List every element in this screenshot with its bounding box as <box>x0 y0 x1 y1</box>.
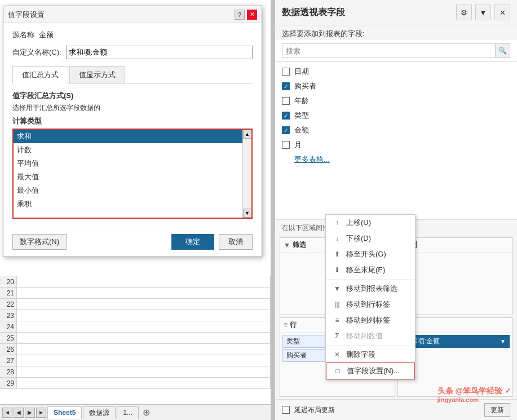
tab-nav-first[interactable]: ◄ <box>2 408 12 418</box>
row-cell <box>17 299 271 310</box>
field-item-amount[interactable]: ✓ 金额 <box>275 123 517 138</box>
scroll-up[interactable]: ▲ <box>243 130 252 139</box>
sheet-tab-sheet5[interactable]: Sheet5 <box>47 406 82 419</box>
field-checkbox-month[interactable] <box>282 141 290 149</box>
filter-zone-title: 筛选 <box>293 240 306 250</box>
row-cell <box>17 276 271 287</box>
list-item-average[interactable]: 平均值 <box>14 157 251 170</box>
rows-zone-title: 行 <box>290 320 297 330</box>
field-item-type[interactable]: ✓ 类型 <box>275 108 517 123</box>
dialog-close-button[interactable]: ✕ <box>247 10 257 20</box>
context-menu-move-up[interactable]: ↑ 上移(U) <box>326 215 415 231</box>
move-down-icon: ↓ <box>333 235 342 242</box>
list-item-min[interactable]: 最小值 <box>14 184 251 197</box>
dialog-body: 源名称 金额 自定义名称(C): 值汇总方式 值显示方式 值字段汇总方式(S) … <box>3 23 262 226</box>
table-row: 22 <box>0 299 271 310</box>
list-item-product[interactable]: 乘积 <box>14 197 251 211</box>
context-menu-remove-field[interactable]: ✕ 删除字段 <box>326 347 415 362</box>
number-format-button[interactable]: 数字格式(N) <box>12 234 67 250</box>
pivot-search-row: 🔍 <box>275 40 517 62</box>
row-cell <box>17 288 271 298</box>
tab-summarize[interactable]: 值汇总方式 <box>12 66 68 84</box>
pivot-dropdown-button[interactable]: ▼ <box>475 5 491 20</box>
source-name-row: 源名称 金额 <box>12 30 253 40</box>
value-field-sum-amount-arrow[interactable]: ▼ <box>500 338 506 344</box>
field-checkbox-age[interactable] <box>282 97 290 105</box>
add-fields-label: 选择要添加到报表的字段: <box>275 25 517 40</box>
pivot-panel-title: 数据透视表字段 <box>282 7 345 19</box>
tab-nav-last[interactable]: ► <box>36 408 46 418</box>
tab-nav-next[interactable]: ▶ <box>25 408 35 418</box>
ok-button[interactable]: 确定 <box>171 234 214 250</box>
custom-name-input[interactable] <box>66 46 253 59</box>
row-number: 24 <box>0 321 17 332</box>
context-menu-field-settings[interactable]: □ 值字段设置(N)... <box>326 362 415 379</box>
table-row: 29 <box>0 378 271 389</box>
update-button[interactable]: 更新 <box>484 403 510 417</box>
row-number: 28 <box>0 366 17 377</box>
context-menu-to-filter-label: 移动到报表筛选 <box>346 284 397 294</box>
table-row: 21 <box>0 288 271 299</box>
tab-nav-prev[interactable]: ◀ <box>14 408 24 418</box>
pivot-search-input[interactable] <box>282 43 496 58</box>
context-menu-move-down[interactable]: ↓ 下移(D) <box>326 231 415 246</box>
table-row: 20 <box>0 276 271 288</box>
value-field-sum-amount[interactable]: 求和项:金额 ▼ <box>400 335 510 348</box>
field-checkbox-buyer[interactable]: ✓ <box>282 82 290 90</box>
dialog-action-buttons: 确定 取消 <box>171 234 253 250</box>
source-name-label: 源名称 <box>12 30 34 40</box>
pivot-settings-button[interactable]: ⚙ <box>456 5 472 20</box>
field-label-age: 年龄 <box>294 96 309 106</box>
summary-sublabel: 选择用于汇总所选字段数据的 <box>12 103 253 113</box>
custom-name-label: 自定义名称(C): <box>12 47 61 58</box>
rows-zone-icon: ≡ <box>284 321 288 329</box>
search-button[interactable]: 🔍 <box>496 43 510 58</box>
table-row: 23 <box>0 310 271 321</box>
context-menu-to-col[interactable]: ≡ 移动到列标签 <box>326 312 415 328</box>
tab-add-button[interactable]: ⊕ <box>140 406 152 419</box>
calc-type-label: 计算类型 <box>12 116 253 126</box>
field-checkbox-date[interactable] <box>282 68 290 76</box>
context-menu-move-bottom[interactable]: ⬇ 移至末尾(E) <box>326 262 415 278</box>
more-tables-link[interactable]: 更多表格... <box>275 152 517 169</box>
field-label-date: 日期 <box>294 67 309 77</box>
context-menu-move-down-label: 下移(D) <box>346 233 371 244</box>
row-number: 27 <box>0 355 17 366</box>
table-row: 28 <box>0 366 271 378</box>
context-menu-field-settings-label: 值字段设置(N)... <box>347 366 400 376</box>
list-item-count[interactable]: 计数 <box>14 143 251 157</box>
calc-type-listbox[interactable]: 求和 计数 平均值 最大值 最小值 乘积 <box>14 130 251 218</box>
context-menu-move-top[interactable]: ⬆ 移至开头(G) <box>326 246 415 262</box>
sheet-tab-datasource[interactable]: 数据源 <box>83 406 116 419</box>
row-field-buyer-label: 购买者 <box>286 351 307 360</box>
context-menu-move-up-label: 上移(U) <box>346 218 371 228</box>
context-menu-to-row[interactable]: ||| 移动到行标签 <box>326 297 415 312</box>
list-item-sum[interactable]: 求和 <box>14 130 251 143</box>
dialog-help-button[interactable]: ? <box>235 10 245 20</box>
scroll-down[interactable]: ▼ <box>243 209 252 218</box>
cancel-button[interactable]: 取消 <box>219 234 253 250</box>
scroll-track <box>243 139 252 209</box>
row-cell <box>17 366 271 377</box>
sheet-tab-1[interactable]: 1... <box>117 406 139 419</box>
field-item-month[interactable]: 月 <box>275 138 517 152</box>
watermark-text: 头条 @笨鸟学经验 ✓ <box>438 386 511 396</box>
tab-show-values[interactable]: 值显示方式 <box>69 66 125 83</box>
pivot-close-button[interactable]: ✕ <box>494 5 510 20</box>
to-row-icon: ||| <box>333 300 342 308</box>
source-name-value: 金额 <box>39 30 54 40</box>
context-menu-to-filter[interactable]: ▼ 移动到报表筛选 <box>326 281 415 297</box>
context-menu-to-row-label: 移动到行标签 <box>346 299 390 310</box>
list-item-max[interactable]: 最大值 <box>14 170 251 184</box>
field-item-age[interactable]: 年龄 <box>275 94 517 108</box>
field-checkbox-amount[interactable]: ✓ <box>282 126 290 134</box>
dialog-footer: 数字格式(N) 确定 取消 <box>3 228 262 257</box>
dialog-title-bar: 值字段设置 ? ✕ <box>3 6 262 23</box>
delay-update-checkbox[interactable] <box>282 406 290 414</box>
calc-type-listbox-container: 求和 计数 平均值 最大值 最小值 乘积 ▲ ▼ <box>12 129 253 219</box>
field-item-buyer[interactable]: ✓ 购买者 <box>275 79 517 94</box>
to-filter-icon: ▼ <box>333 285 342 293</box>
field-item-date[interactable]: 日期 <box>275 64 517 79</box>
field-checkbox-type[interactable]: ✓ <box>282 112 290 120</box>
row-cell <box>17 355 271 366</box>
